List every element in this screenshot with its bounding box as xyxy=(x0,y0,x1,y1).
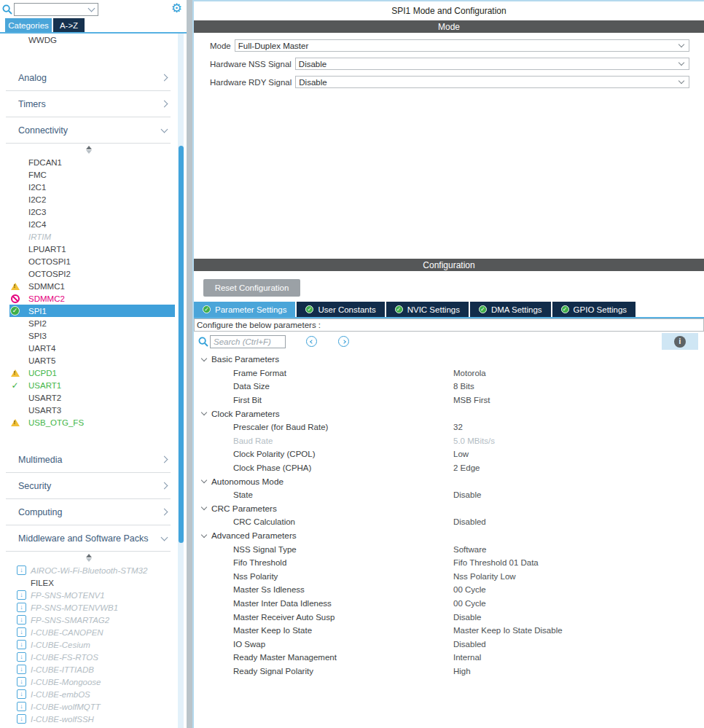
tab-nvic-settings[interactable]: NVIC Settings xyxy=(386,302,469,317)
param-row-master-receiver-auto-susp[interactable]: Master Receiver Auto SuspDisable xyxy=(194,610,704,624)
parameter-search-input[interactable] xyxy=(210,335,286,348)
list-item-lpuart1[interactable]: LPUART1 xyxy=(9,243,175,255)
param-row-master-keep-io-state[interactable]: Master Keep Io StateMaster Keep Io State… xyxy=(194,624,704,638)
list-item-fp-sns-smartag2[interactable]: FP-SNS-SMARTAG2 xyxy=(9,614,178,626)
list-item-i-cube-ittiadb[interactable]: I-CUBE-ITTIADB xyxy=(9,663,178,676)
list-item-uart5[interactable]: UART5 xyxy=(9,354,175,367)
peripheral-list: WWDG Analog Timers Connectivity FDCAN1 F… xyxy=(0,34,178,728)
list-item-usart2[interactable]: USART2 xyxy=(9,391,175,404)
list-item-wwdg[interactable]: WWDG xyxy=(9,34,175,46)
param-row-nss-polarity[interactable]: Nss PolarityNss Polarity Low xyxy=(194,570,704,584)
sidebar-item-timers[interactable]: Timers xyxy=(6,91,171,117)
param-group-basic[interactable]: Basic Parameters xyxy=(194,353,704,367)
search-next-button[interactable] xyxy=(338,336,349,347)
scroll-up-spinner[interactable] xyxy=(0,552,178,564)
param-group-advanced[interactable]: Advanced Parameters xyxy=(194,529,704,543)
panel-separator[interactable] xyxy=(187,0,192,728)
list-item-i-cube-wolfmqtt[interactable]: I-CUBE-wolfMQTT xyxy=(9,700,178,713)
list-item-fdcan1[interactable]: FDCAN1 xyxy=(9,156,175,168)
sidebar-topbar: ⚙ xyxy=(0,0,187,18)
tab-gpio-settings[interactable]: GPIO Settings xyxy=(552,302,636,317)
list-item-filex[interactable]: FILEX xyxy=(9,576,178,589)
param-row-master-inter-data-idleness[interactable]: Master Inter Data Idleness00 Cycle xyxy=(194,597,704,611)
list-item-i2c3[interactable]: I2C3 xyxy=(9,206,175,218)
chevron-down-icon xyxy=(161,533,168,541)
param-row-ready-master-management[interactable]: Ready Master ManagementInternal xyxy=(194,651,704,665)
list-item-sdmmc2[interactable]: SDMMC2 xyxy=(9,292,175,305)
check-icon: ✓ xyxy=(11,380,18,391)
tab-a-to-z[interactable]: A->Z xyxy=(53,18,85,32)
list-item-i2c2[interactable]: I2C2 xyxy=(9,193,175,206)
hardware-nss-select[interactable]: Disable xyxy=(295,58,689,70)
list-item-i-cube-cesium[interactable]: I-CUBE-Cesium xyxy=(9,638,178,651)
param-row-io-swap[interactable]: IO SwapDisabled xyxy=(194,637,704,651)
param-row-frame-format[interactable]: Frame FormatMotorola xyxy=(194,367,704,380)
tab-categories[interactable]: Categories xyxy=(5,18,52,32)
param-row-master-ss-idleness[interactable]: Master Ss Idleness00 Cycle xyxy=(194,583,704,597)
param-row-crc-calculation[interactable]: CRC CalculationDisabled xyxy=(194,515,704,529)
hardware-rdy-select[interactable]: Disable xyxy=(295,76,689,88)
list-item-octospi2[interactable]: OCTOSPI2 xyxy=(9,267,175,280)
list-item-airoc[interactable]: AIROC-Wi-Fi-Bluetooth-STM32 xyxy=(9,564,178,576)
tab-dma-settings[interactable]: DMA Settings xyxy=(470,302,551,317)
list-item-fp-sns-motenvwb1[interactable]: FP-SNS-MOTENVWB1 xyxy=(9,601,178,614)
sidebar-item-analog[interactable]: Analog xyxy=(6,65,171,91)
list-item-i-cube-embos[interactable]: I-CUBE-embOS xyxy=(9,688,178,700)
sidebar-item-middleware[interactable]: Middleware and Software Packs xyxy=(6,525,171,552)
list-item-fp-sns-motenv1[interactable]: FP-SNS-MOTENV1 xyxy=(9,589,178,601)
chevron-down-icon xyxy=(678,78,684,84)
list-item-usb-otg-fs[interactable]: USB_OTG_FS xyxy=(9,416,175,428)
list-item-irtim[interactable]: IRTIM xyxy=(9,230,175,243)
list-item-sdmmc1[interactable]: SDMMC1 xyxy=(9,280,175,292)
peripheral-search-combobox[interactable] xyxy=(14,3,98,16)
warning-icon xyxy=(11,369,20,377)
param-row-prescaler[interactable]: Prescaler (for Baud Rate)32 xyxy=(194,420,704,434)
list-item-ucpd1[interactable]: UCPD1 xyxy=(9,367,175,379)
list-item-usart3[interactable]: USART3 xyxy=(9,404,175,416)
list-item-usart1[interactable]: ✓USART1 xyxy=(9,379,175,391)
chevron-right-icon xyxy=(161,456,168,463)
chevron-right-icon xyxy=(161,74,168,82)
list-item-spi3[interactable]: SPI3 xyxy=(9,329,175,342)
list-item-i2c1[interactable]: I2C1 xyxy=(9,181,175,193)
param-row-state[interactable]: StateDisable xyxy=(194,488,704,502)
sidebar-item-multimedia[interactable]: Multimedia xyxy=(6,447,171,473)
mode-row: Mode Full-Duplex Master xyxy=(210,39,689,52)
list-item-i-cube-fs-rtos[interactable]: I-CUBE-FS-RTOS xyxy=(9,651,178,663)
param-group-clock[interactable]: Clock Parameters xyxy=(194,407,704,420)
list-item-spi2[interactable]: SPI2 xyxy=(9,317,175,329)
info-button[interactable]: i xyxy=(662,333,698,350)
param-row-data-size[interactable]: Data Size8 Bits xyxy=(194,380,704,394)
param-row-clock-phase[interactable]: Clock Phase (CPHA)2 Edge xyxy=(194,461,704,475)
param-group-autonomous[interactable]: Autonomous Mode xyxy=(194,474,704,488)
param-row-first-bit[interactable]: First BitMSB First xyxy=(194,394,704,407)
chevron-left-icon xyxy=(310,340,314,344)
list-item-uart4[interactable]: UART4 xyxy=(9,342,175,354)
param-group-crc[interactable]: CRC Parameters xyxy=(194,502,704,516)
list-item-i-cube-wolfssh[interactable]: I-CUBE-wolfSSH xyxy=(9,713,178,725)
reset-configuration-button[interactable]: Reset Configuration xyxy=(203,279,300,297)
scroll-up-spinner[interactable] xyxy=(0,144,178,156)
mode-select[interactable]: Full-Duplex Master xyxy=(235,39,689,52)
sidebar-item-security[interactable]: Security xyxy=(6,473,171,499)
tab-user-constants[interactable]: User Constants xyxy=(297,302,384,317)
param-row-fifo-threshold[interactable]: Fifo ThresholdFifo Threshold 01 Data xyxy=(194,556,704,570)
chevron-down-icon xyxy=(201,477,207,483)
param-row-ready-signal-polarity[interactable]: Ready Signal PolarityHigh xyxy=(194,665,704,678)
sidebar-item-connectivity[interactable]: Connectivity xyxy=(6,117,171,144)
list-item-spi1[interactable]: SPI1 xyxy=(9,305,175,317)
gear-icon[interactable]: ⚙ xyxy=(171,1,182,17)
list-item-i2c4[interactable]: I2C4 xyxy=(9,218,175,230)
param-row-nss-signal-type[interactable]: NSS Signal TypeSoftware xyxy=(194,542,704,556)
list-item-octospi1[interactable]: OCTOSPI1 xyxy=(9,255,175,267)
sidebar-item-computing[interactable]: Computing xyxy=(6,499,171,525)
param-row-clock-polarity[interactable]: Clock Polarity (CPOL)Low xyxy=(194,447,704,461)
list-item-i-cube-canopen[interactable]: I-CUBE-CANOPEN xyxy=(9,626,178,638)
chevron-down-icon xyxy=(201,504,207,510)
list-item-i-cube-mongoose[interactable]: I-CUBE-Mongoose xyxy=(9,676,178,688)
check-circle-icon xyxy=(561,305,569,313)
tab-parameter-settings[interactable]: Parameter Settings xyxy=(194,302,295,317)
search-previous-button[interactable] xyxy=(306,336,317,347)
list-item-fmc[interactable]: FMC xyxy=(9,168,175,181)
sidebar-scrollbar-thumb[interactable] xyxy=(179,146,184,543)
